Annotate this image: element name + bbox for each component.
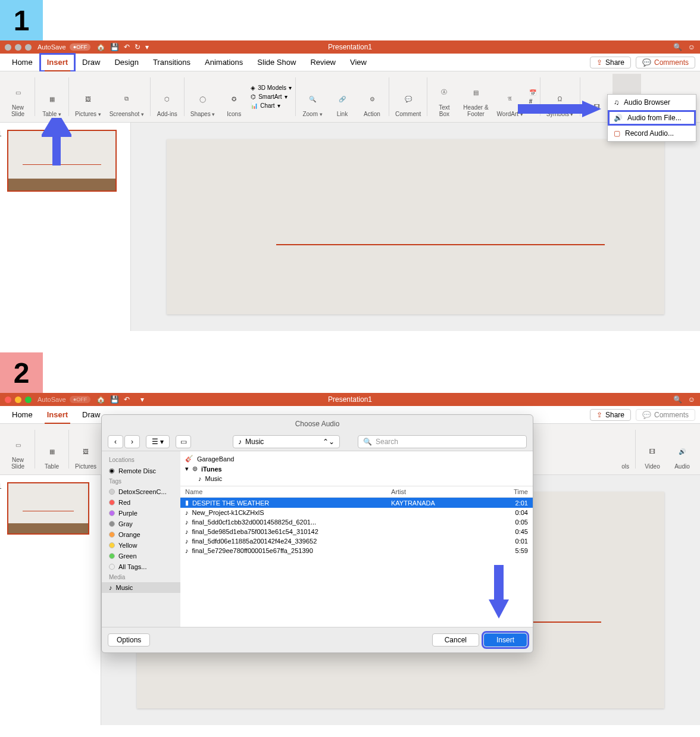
tab-animations[interactable]: Animations xyxy=(198,54,250,71)
save-icon[interactable]: 💾 xyxy=(110,43,119,51)
smartart-button[interactable]: ⌬SmartArt ▾ xyxy=(249,93,293,101)
slide-canvas[interactable] xyxy=(131,123,700,331)
file-row[interactable]: ♪final_5e729ee780ff000015e67ffa_251390 5… xyxy=(180,546,533,555)
account-icon[interactable]: ☺ xyxy=(688,43,695,51)
qat-more-icon[interactable]: ▾ xyxy=(140,395,144,404)
pictures-button[interactable]: 🖼 Pictures xyxy=(71,426,100,472)
tab-home[interactable]: Home xyxy=(5,54,40,71)
table-button[interactable]: ▦ Table xyxy=(38,426,66,472)
zoom-button[interactable]: 🔍 Zoom xyxy=(298,74,327,120)
chart-button[interactable]: 📊Chart ▾ xyxy=(249,102,293,110)
account-icon[interactable]: ☺ xyxy=(688,395,695,404)
redo-icon[interactable]: ↻ xyxy=(135,43,140,51)
window-controls[interactable] xyxy=(5,44,32,51)
file-row[interactable]: ▮DESPITE THE WEATHER KAYTRANADA 2:01 xyxy=(180,498,533,508)
shapes-button[interactable]: ◯ Shapes xyxy=(187,74,218,120)
tag-item[interactable]: Gray xyxy=(102,519,180,529)
col-name[interactable]: Name xyxy=(185,488,391,495)
tab-slideshow[interactable]: Slide Show xyxy=(250,54,303,71)
min-dot[interactable] xyxy=(15,44,21,51)
max-dot[interactable] xyxy=(25,44,32,51)
icons-icon: ✪ xyxy=(223,88,245,110)
tree-music[interactable]: ♪Music xyxy=(185,474,528,483)
tab-draw[interactable]: Draw xyxy=(75,54,107,71)
file-row[interactable]: ♪New_Project-k1CkZHxlS 0:04 xyxy=(180,508,533,517)
headerfooter-button[interactable]: ▤ Header & Footer xyxy=(460,74,492,120)
addins-button[interactable]: ⬡ Add-ins xyxy=(153,74,182,120)
autosave-toggle-2[interactable]: ● OFF xyxy=(70,396,90,403)
tab-view[interactable]: View xyxy=(343,54,374,71)
tab-transitions[interactable]: Transitions xyxy=(146,54,198,71)
col-artist[interactable]: Artist xyxy=(391,488,492,495)
tab-insert[interactable]: Insert xyxy=(40,406,75,424)
tag-all[interactable]: All Tags... xyxy=(102,561,180,572)
view-mode-button[interactable]: ☰ ▾ xyxy=(146,435,170,448)
location-selector[interactable]: ♪ Music ⌃⌄ xyxy=(233,435,340,448)
tag-item[interactable]: Green xyxy=(102,551,180,561)
search-input[interactable]: 🔍 Search xyxy=(358,435,527,448)
tag-item[interactable]: DetoxScreenC... xyxy=(102,486,180,497)
screenshot-button[interactable]: ⧉ Screenshot xyxy=(106,74,148,120)
options-button[interactable]: Options xyxy=(108,633,150,647)
dialog-sidebar: Locations ◉Remote Disc Tags DetoxScreenC… xyxy=(102,451,180,627)
tab-home[interactable]: Home xyxy=(5,406,40,424)
search-icon[interactable]: 🔍 xyxy=(673,43,682,51)
home-icon[interactable]: 🏠 xyxy=(96,395,105,404)
tag-item[interactable]: Purple xyxy=(102,508,180,519)
tag-item[interactable]: Orange xyxy=(102,529,180,540)
slide-thumbnail-1[interactable] xyxy=(7,482,89,535)
search-icon[interactable]: 🔍 xyxy=(673,395,682,404)
video-button[interactable]: 🎞 Video xyxy=(638,426,667,472)
insert-button[interactable]: Insert xyxy=(484,633,527,647)
close-dot[interactable] xyxy=(5,44,11,51)
tab-review[interactable]: Review xyxy=(303,54,343,71)
audio-browser-item[interactable]: ♫Audio Browser xyxy=(608,95,696,110)
sidebar-remote-disc[interactable]: ◉Remote Disc xyxy=(102,465,180,476)
cancel-button[interactable]: Cancel xyxy=(432,633,479,647)
tab-design[interactable]: Design xyxy=(107,54,145,71)
new-slide-button[interactable]: ▭ New Slide xyxy=(4,426,32,472)
comments-button[interactable]: 💬Comments xyxy=(636,57,695,68)
sidebar-music[interactable]: ♪Music xyxy=(102,582,180,593)
max-dot[interactable] xyxy=(25,396,32,403)
min-dot[interactable] xyxy=(15,396,21,403)
file-row[interactable]: ♪final_5dd0cf1cbb32d0001458825d_6201... … xyxy=(180,517,533,527)
table-header[interactable]: Name Artist Time xyxy=(180,486,533,498)
action-button: ⚙ Action xyxy=(358,74,386,120)
back-button[interactable]: ‹ xyxy=(108,435,123,448)
undo-icon[interactable]: ↶ xyxy=(124,43,130,51)
record-audio-item[interactable]: ▢Record Audio... xyxy=(608,126,696,141)
qat-more-icon[interactable]: ▾ xyxy=(145,43,149,51)
comment-button[interactable]: 💬 Comment xyxy=(392,74,424,120)
file-row[interactable]: ♪final_5dfd06e11885a200142f4e24_339652 0… xyxy=(180,536,533,546)
annotation-arrow-to-audio xyxy=(518,97,601,123)
window-controls-2[interactable] xyxy=(5,396,32,403)
tab-insert[interactable]: Insert xyxy=(40,54,75,71)
textbox-button[interactable]: Ⓐ Text Box xyxy=(430,74,458,120)
comments-button[interactable]: 💬Comments xyxy=(636,409,695,421)
undo-icon[interactable]: ↶ xyxy=(124,395,130,404)
tree-garageband[interactable]: 🎸GarageBand xyxy=(185,454,528,464)
action-icon: ⚙ xyxy=(361,88,383,110)
save-icon[interactable]: 💾 xyxy=(110,395,119,404)
icons-button[interactable]: ✪ Icons xyxy=(220,74,248,120)
autosave-toggle[interactable]: ● OFF xyxy=(70,43,90,51)
tree-itunes[interactable]: ▾ ⊚iTunes xyxy=(185,464,528,474)
file-row[interactable]: ♪final_5de985d1eba75f0013e61c54_310142 0… xyxy=(180,527,533,536)
col-time[interactable]: Time xyxy=(492,488,528,495)
tag-item[interactable]: Red xyxy=(102,497,180,508)
home-icon[interactable]: 🏠 xyxy=(96,43,105,51)
forward-button[interactable]: › xyxy=(124,435,140,448)
share-button[interactable]: ⇪Share xyxy=(590,57,631,68)
tag-item[interactable]: Yellow xyxy=(102,540,180,551)
audio-from-file-item[interactable]: 🔊Audio from File... xyxy=(608,110,696,126)
date-button[interactable]: 📅 xyxy=(528,89,538,96)
audio-button[interactable]: 🔊 Audio xyxy=(668,426,696,472)
close-dot[interactable] xyxy=(5,396,11,403)
group-button[interactable]: ▭ xyxy=(176,435,191,448)
3dmodels-button[interactable]: ◈3D Models ▾ xyxy=(249,84,293,92)
table-button[interactable]: ▦ Table xyxy=(38,74,66,120)
pictures-button[interactable]: 🖼 Pictures xyxy=(71,74,105,120)
new-slide-button[interactable]: ▭ New Slide xyxy=(4,74,32,120)
share-button[interactable]: ⇪Share xyxy=(590,409,631,421)
